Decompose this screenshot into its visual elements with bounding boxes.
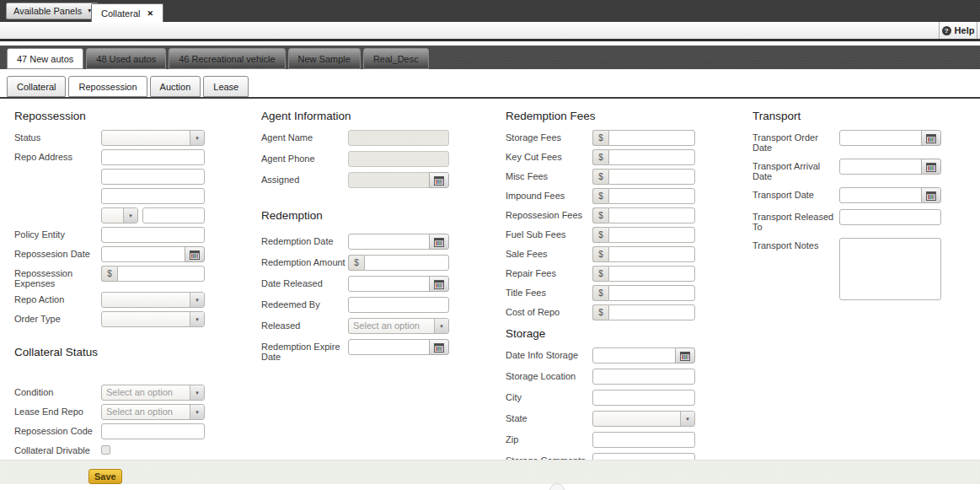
condition-label: Condition (14, 385, 101, 397)
storage-fees-amount-input[interactable] (608, 130, 695, 146)
repair-fees-amount-input[interactable] (608, 266, 695, 282)
repo-address-line-3-input[interactable] (101, 188, 205, 204)
transport-order-date-date-input[interactable] (839, 130, 922, 146)
impound-fees-amount-input[interactable] (608, 188, 695, 204)
select-open-button[interactable]: ▾ (190, 405, 204, 419)
section-transport: TransportTransport Order DateTransport A… (752, 110, 941, 302)
misc-fees-amount-input[interactable] (608, 169, 695, 185)
redemption-date-date-input[interactable] (348, 234, 430, 250)
repossession-expenses-amount-input[interactable] (117, 266, 205, 282)
transport-released-to-input[interactable] (839, 209, 941, 225)
cost-of-repo-amount-input[interactable] (608, 304, 695, 320)
field-row-cost-of-repo: Cost of Repo$ (506, 304, 695, 320)
repossesion-date-calendar-button[interactable] (185, 246, 205, 262)
field-row-redeemed-by: Redeemed By (261, 297, 449, 313)
select-open-button[interactable]: ▾ (190, 385, 204, 400)
state-label: State (506, 411, 592, 423)
released-select[interactable]: Select an option▾ (348, 318, 449, 334)
dollar-icon: $ (592, 207, 608, 223)
available-panels-button[interactable]: Available Panels ▾ (6, 3, 99, 19)
zip-input[interactable] (592, 432, 695, 448)
date-info-storage-label: Date Info Storage (506, 347, 592, 360)
storage-location-input[interactable] (592, 369, 695, 385)
select-open-button[interactable]: ▾ (123, 208, 137, 223)
transport-arrival-date-calendar-button[interactable] (921, 159, 941, 175)
date-released-calendar-button[interactable] (429, 276, 449, 292)
select-open-button[interactable]: ▾ (190, 131, 204, 145)
title-fees-amount-input[interactable] (608, 285, 695, 301)
key-cut-fees-amount-input[interactable] (608, 149, 695, 165)
agent-phone-input[interactable] (348, 151, 449, 167)
transport-notes-textarea[interactable] (839, 238, 941, 300)
redemption-date-calendar-button[interactable] (429, 234, 449, 250)
tab-collateral[interactable]: Collateral (7, 76, 66, 97)
repossesion-date-label: Repossesion Date (14, 246, 101, 259)
transport-arrival-date-date-input[interactable] (839, 159, 922, 175)
tab-repossession[interactable]: Repossession (68, 76, 147, 97)
policy-entity-input[interactable] (101, 227, 205, 243)
document-tab-collateral[interactable]: Collateral ✕ (91, 3, 163, 22)
tab-auction[interactable]: Auction (150, 76, 201, 97)
section-title: Redemption Fees (506, 110, 695, 122)
status-select[interactable]: ▾ (101, 130, 205, 146)
assigned-calendar-button[interactable] (429, 172, 449, 188)
policy-entity-label: Policy Entity (14, 227, 101, 240)
available-panels-label: Available Panels (13, 6, 82, 16)
close-icon[interactable]: ✕ (147, 9, 153, 18)
select-open-button[interactable]: ▾ (190, 293, 204, 307)
city-input[interactable] (592, 390, 695, 406)
date-info-storage-date-input[interactable] (592, 347, 676, 363)
lease-end-repo-select[interactable]: Select an option▾ (101, 404, 205, 420)
repo-address-line-1-input[interactable] (101, 149, 205, 165)
tab-lease[interactable]: Lease (203, 76, 249, 97)
form-column-3: Redemption FeesStorage Fees$Key Cut Fees… (506, 110, 695, 474)
collateral-drivable-checkbox[interactable] (101, 445, 110, 455)
repossesion-date-date-input[interactable] (101, 246, 185, 262)
redemption-amount-amount-input[interactable] (364, 255, 449, 271)
repo-address-line-2-input[interactable] (101, 169, 205, 185)
footer-bar: Save (0, 460, 980, 484)
toolbar: ? Help (0, 22, 980, 41)
date-released-date-input[interactable] (348, 276, 430, 292)
select-open-button[interactable]: ▾ (434, 319, 448, 333)
help-button[interactable]: ? Help (939, 22, 977, 39)
tab-48-used-autos[interactable]: 48 Used autos (86, 48, 166, 69)
redemption-date-label: Redemption Date (261, 234, 348, 246)
select-open-button[interactable]: ▾ (680, 412, 694, 426)
redeemed-by-label: Redeemed By (261, 297, 348, 310)
sale-fees-amount-input[interactable] (608, 246, 695, 262)
tab-real-desc[interactable]: Real_Desc (363, 48, 429, 69)
fuel-sub-fees-amount-input[interactable] (608, 227, 695, 243)
title-fees-label: Title Fees (506, 285, 592, 298)
field-row-key-cut-fees: Key Cut Fees$ (506, 149, 695, 165)
repo-address-zip-input[interactable] (142, 207, 205, 223)
order-type-select[interactable]: ▾ (101, 311, 205, 327)
calendar-icon (926, 191, 936, 201)
repo-address-state-select[interactable]: ▾ (101, 207, 138, 223)
save-button[interactable]: Save (88, 469, 122, 484)
tab-47-new-autos[interactable]: 47 New autos (7, 48, 83, 69)
select-open-button[interactable]: ▾ (190, 312, 204, 326)
field-row-assigned: Assigned (261, 172, 449, 188)
transport-order-date-calendar-button[interactable] (921, 130, 941, 146)
state-select[interactable]: ▾ (592, 411, 695, 427)
agent-name-input[interactable] (348, 130, 449, 146)
condition-select[interactable]: Select an option▾ (101, 385, 205, 401)
date-info-storage-calendar-button[interactable] (675, 347, 695, 363)
tab-46-recreational-vehicle[interactable]: 46 Recreational vehicle (169, 48, 285, 69)
dollar-icon: $ (592, 285, 608, 301)
assigned-date-input[interactable] (348, 172, 430, 188)
dollar-icon: $ (592, 266, 608, 282)
transport-date-calendar-button[interactable] (921, 187, 941, 203)
redemption-expire-date-date-input[interactable] (348, 339, 430, 355)
caret-down-icon: ▾ (129, 213, 132, 219)
transport-date-date-input[interactable] (839, 187, 922, 203)
redeemed-by-input[interactable] (348, 297, 449, 313)
repossesion-fees-amount-input[interactable] (608, 207, 695, 223)
redemption-expire-date-calendar-button[interactable] (429, 339, 449, 355)
field-row-redemption-date: Redemption Date (261, 234, 449, 250)
reposession-code-input[interactable] (101, 423, 205, 439)
city-label: City (506, 390, 592, 402)
tab-new-sample[interactable]: New Sample (288, 48, 361, 69)
repo-action-select[interactable]: ▾ (101, 292, 205, 308)
